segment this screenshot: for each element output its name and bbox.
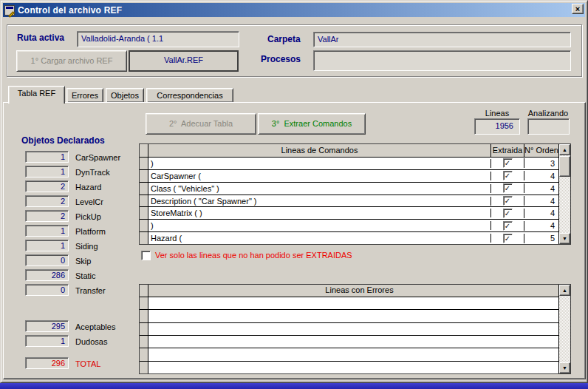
orden-value: 4 bbox=[524, 221, 558, 230]
ruta-activa-label: Ruta activa bbox=[17, 33, 64, 43]
extraida-checkbox[interactable]: ✓ bbox=[503, 221, 513, 231]
tab-objetos[interactable]: Objetos bbox=[106, 88, 144, 103]
scroll-up-icon: ▲ bbox=[562, 147, 567, 152]
analizando-box bbox=[527, 118, 570, 135]
error-row[interactable] bbox=[140, 297, 558, 310]
comandos-grid-scrollbar[interactable]: ▲ ▼ bbox=[558, 144, 570, 244]
count-box-static: 286 bbox=[25, 269, 69, 281]
screen: Control del archivo REF × Ruta activa Va… bbox=[0, 0, 588, 389]
row-selector[interactable] bbox=[140, 362, 148, 373]
count-label-skip: Skip bbox=[75, 257, 91, 265]
comandos-row[interactable]: Class ( "Vehicles" ) ✓ 4 bbox=[140, 183, 558, 195]
row-selector[interactable] bbox=[140, 348, 148, 360]
row-selector[interactable] bbox=[140, 207, 148, 219]
error-row[interactable] bbox=[140, 336, 558, 348]
app-window: Control del archivo REF × Ruta activa Va… bbox=[0, 0, 588, 383]
error-row[interactable] bbox=[140, 348, 558, 361]
extraida-checkbox[interactable]: ✓ bbox=[503, 171, 513, 180]
title-bar[interactable]: Control del archivo REF bbox=[3, 3, 585, 17]
comandos-row[interactable]: StoreMatrix ( ) ✓ 4 bbox=[140, 207, 558, 220]
analizando-label: Analizando bbox=[524, 109, 572, 118]
objetos-declarados-title: Objetos Declarados bbox=[21, 135, 105, 146]
row-selector[interactable] bbox=[140, 336, 148, 348]
row-selector[interactable] bbox=[140, 183, 148, 194]
extraida-checkbox[interactable]: ✓ bbox=[503, 234, 513, 243]
tab-errores[interactable]: Errores bbox=[66, 88, 103, 103]
extraida-checkbox[interactable]: ✓ bbox=[503, 183, 513, 193]
row-selector[interactable] bbox=[140, 170, 148, 182]
comando-text: Hazard ( bbox=[148, 234, 491, 243]
close-button[interactable]: × bbox=[572, 4, 584, 14]
count-label-carspawner: CarSpawner bbox=[75, 153, 120, 162]
filter-checkbox-label: Ver solo las lineas que no han podido se… bbox=[155, 251, 352, 260]
carpeta-field[interactable]: VallAr bbox=[313, 32, 571, 47]
scrollbar-thumb[interactable] bbox=[559, 156, 570, 177]
count-box-transfer: 0 bbox=[25, 284, 69, 296]
row-selector[interactable] bbox=[140, 310, 148, 322]
comandos-grid[interactable]: Lineas de Comandos Extraida N° Orden ) ✓… bbox=[139, 143, 571, 245]
count-box-siding: 1 bbox=[25, 240, 69, 251]
scroll-down-button[interactable]: ▼ bbox=[559, 233, 570, 244]
comando-text: CarSpawner ( bbox=[148, 172, 491, 180]
error-row[interactable] bbox=[140, 310, 558, 322]
check-icon: ✓ bbox=[505, 172, 510, 180]
comando-text: Description ( "Car Spawner" ) bbox=[148, 197, 491, 206]
ruta-activa-field[interactable]: Valladolid-Aranda ( 1.1 bbox=[77, 31, 239, 47]
errores-grid[interactable]: Lineas con Errores ▲ ▼ bbox=[139, 284, 571, 374]
procesos-field[interactable] bbox=[313, 50, 571, 71]
count-label-dyntrack: DynTrack bbox=[75, 168, 110, 177]
check-icon: ✓ bbox=[505, 234, 510, 243]
row-selector[interactable] bbox=[140, 232, 148, 244]
tab-tabla-ref[interactable]: Tabla REF bbox=[8, 86, 65, 104]
comandos-row[interactable]: Hazard ( ✓ 5 bbox=[140, 232, 558, 244]
close-icon: × bbox=[575, 4, 580, 13]
orden-value: 5 bbox=[524, 234, 558, 243]
row-selector[interactable] bbox=[140, 220, 148, 231]
app-icon-pencil bbox=[8, 11, 14, 17]
count-box-skip: 0 bbox=[25, 254, 69, 266]
count-box-pickup: 2 bbox=[25, 210, 69, 222]
lineas-label: Lineas bbox=[474, 109, 520, 118]
error-row[interactable] bbox=[140, 323, 558, 336]
check-icon: ✓ bbox=[505, 222, 510, 230]
count-box-platform: 1 bbox=[25, 225, 69, 237]
errores-grid-scrollbar[interactable]: ▲ ▼ bbox=[558, 285, 570, 373]
scroll-up-button[interactable]: ▲ bbox=[559, 285, 570, 296]
comando-text: StoreMatrix ( ) bbox=[148, 209, 491, 217]
count-label-platform: Platform bbox=[75, 227, 106, 236]
col-n-orden: N° Orden bbox=[524, 144, 558, 157]
check-icon: ✓ bbox=[505, 159, 510, 167]
extraida-checkbox[interactable]: ✓ bbox=[503, 158, 513, 168]
row-selector[interactable] bbox=[140, 297, 148, 309]
comandos-row[interactable]: ) ✓ 3 bbox=[140, 158, 558, 170]
count-box-dudosas: 1 bbox=[25, 335, 69, 347]
comandos-grid-rows: ) ✓ 3 CarSpawner ( ✓ 4 Class ( "Vehicles… bbox=[140, 158, 558, 244]
errores-grid-rows bbox=[140, 297, 558, 373]
comandos-row[interactable]: Description ( "Car Spawner" ) ✓ 4 bbox=[140, 195, 558, 208]
scroll-up-button[interactable]: ▲ bbox=[559, 144, 570, 155]
col-lineas-con-errores: Lineas con Errores bbox=[148, 285, 570, 297]
count-label-dudosas: Dudosas bbox=[75, 337, 107, 346]
orden-value: 4 bbox=[524, 209, 558, 217]
comando-text: ) bbox=[148, 159, 491, 168]
extraida-checkbox[interactable]: ✓ bbox=[503, 196, 513, 206]
scroll-down-icon: ▼ bbox=[562, 236, 567, 241]
row-selector[interactable] bbox=[140, 158, 148, 169]
filter-checkbox[interactable] bbox=[141, 251, 151, 260]
adecuar-tabla-button[interactable]: 2° Adecuar Tabla bbox=[146, 113, 256, 135]
count-box-total: 296 bbox=[25, 357, 69, 369]
row-selector[interactable] bbox=[140, 195, 148, 207]
scroll-down-icon: ▼ bbox=[562, 365, 567, 371]
cargar-ref-button[interactable]: 1° Cargar archivo REF bbox=[16, 50, 127, 72]
extraida-checkbox[interactable]: ✓ bbox=[503, 209, 513, 218]
extraer-comandos-button[interactable]: 3° Extraer Comandos bbox=[258, 113, 366, 135]
error-row[interactable] bbox=[140, 362, 558, 373]
col-extraida: Extraida bbox=[491, 144, 524, 157]
row-selector[interactable] bbox=[140, 323, 148, 335]
scroll-down-button[interactable]: ▼ bbox=[559, 362, 570, 373]
comando-text: Class ( "Vehicles" ) bbox=[148, 184, 491, 193]
check-icon: ✓ bbox=[505, 209, 510, 217]
comandos-row[interactable]: ) ✓ 4 bbox=[140, 220, 558, 232]
tab-correspondencias[interactable]: Correspondencias bbox=[146, 88, 233, 103]
comandos-row[interactable]: CarSpawner ( ✓ 4 bbox=[140, 170, 558, 183]
